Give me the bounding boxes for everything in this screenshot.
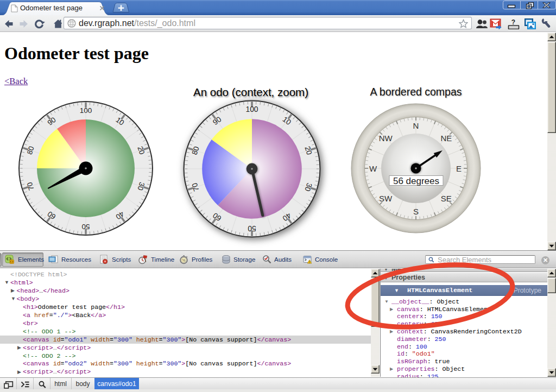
svg-text:50: 50 — [248, 224, 256, 232]
svg-text:50: 50 — [81, 223, 90, 231]
svg-text:NW: NW — [379, 134, 393, 143]
svg-text:100: 100 — [80, 106, 92, 115]
svg-text:!: ! — [309, 261, 310, 264]
svg-text:N: N — [413, 121, 419, 130]
svg-text:S: S — [413, 207, 419, 216]
svg-text:%: % — [182, 258, 186, 262]
svg-text:W: W — [369, 164, 377, 173]
svg-text:SW: SW — [379, 194, 393, 203]
svg-text:SE: SE — [441, 194, 452, 203]
svg-text:E: E — [456, 164, 462, 173]
svg-text:NE: NE — [440, 134, 452, 143]
svg-text:?: ? — [511, 18, 515, 26]
svg-text:56 degrees: 56 degrees — [393, 176, 439, 186]
svg-text:100: 100 — [245, 105, 258, 113]
